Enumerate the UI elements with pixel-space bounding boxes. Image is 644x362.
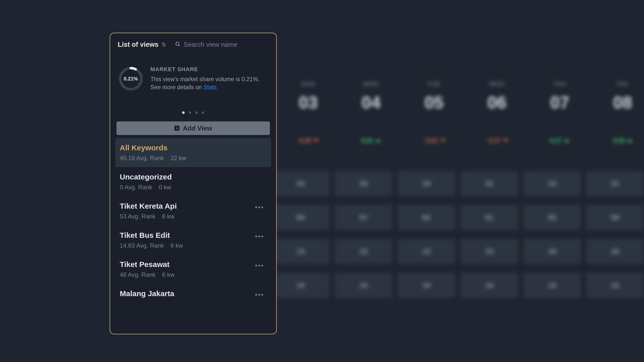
trend-cell: 0,17	[528, 137, 591, 144]
trend-cell: 0,21	[340, 137, 403, 144]
calendar-cell[interactable]: 57	[335, 205, 392, 230]
calendar-background: SUN03MON04TUE05WED06THU07FRI08 -0,330,21…	[0, 0, 644, 362]
kebab-icon[interactable]: •••	[255, 233, 264, 240]
view-meta: 48 Avg. Rank6 kw	[120, 271, 267, 278]
carousel-dots	[115, 111, 271, 114]
view-item[interactable]: Tiket Pesawat48 Avg. Rank6 kw•••	[115, 255, 271, 284]
add-view-label: Add View	[183, 124, 212, 132]
trend-cell: - 0,21	[403, 137, 465, 144]
carousel-dot[interactable]	[189, 111, 191, 114]
calendar-cell[interactable]: 18	[523, 239, 581, 264]
calendar-day: FRI08	[591, 80, 644, 112]
kebab-icon[interactable]: •••	[255, 291, 264, 299]
views-panel: List of views ⇅ 0.21% MARKET SHARE This …	[110, 33, 277, 334]
market-share-title: MARKET SHARE	[150, 66, 268, 73]
kebab-icon[interactable]: •••	[255, 262, 264, 269]
svg-point-0	[176, 42, 179, 45]
calendar-cell[interactable]: 15	[335, 239, 392, 264]
view-meta: 0 Avg. Rank0 kw	[120, 184, 267, 191]
calendar-cell[interactable]: 15	[272, 239, 330, 264]
view-name: Tiket Pesawat	[120, 260, 267, 269]
trend-cell: - 0,17	[465, 137, 528, 144]
arrow-down-icon	[503, 139, 508, 142]
view-name: Malang Jakarta	[120, 289, 267, 298]
calendar-cell[interactable]: 35	[335, 171, 392, 196]
market-share-description: This view's market share volume is 0.21%…	[150, 75, 268, 91]
market-share-donut: 0.21%	[118, 66, 143, 91]
svg-line-1	[179, 45, 180, 46]
view-name: Tiket Kereta Api	[120, 202, 267, 210]
calendar-cell[interactable]: 61	[460, 205, 518, 230]
add-view-button[interactable]: + Add View	[116, 121, 270, 135]
panel-title: List of views	[118, 41, 158, 49]
view-meta: 53 Avg. Rank6 kw	[120, 213, 267, 220]
view-name: All Keywords	[120, 144, 267, 152]
calendar-cell[interactable]: 55	[523, 205, 581, 230]
views-list: All Keywords45.18 Avg. Rank22 kwUncatego…	[115, 138, 271, 306]
arrow-down-icon	[440, 139, 446, 142]
view-name: Tiket Bus Edit	[120, 231, 267, 240]
calendar-cell[interactable]: 16	[460, 273, 518, 298]
view-name: Uncategorized	[120, 173, 267, 181]
view-item[interactable]: All Keywords45.18 Avg. Rank22 kw	[115, 138, 271, 167]
calendar-cell[interactable]: 16	[523, 171, 581, 196]
arrow-up-icon	[564, 139, 569, 142]
view-meta: 45.18 Avg. Rank22 kw	[120, 155, 267, 162]
calendar-cell[interactable]: 58	[586, 205, 644, 230]
calendar-cell[interactable]: 31	[586, 171, 644, 196]
calendar-day: WED06	[465, 80, 528, 112]
calendar-day: TUE05	[403, 80, 465, 112]
view-item[interactable]: Uncategorized0 Avg. Rank0 kw	[115, 167, 271, 196]
calendar-cell[interactable]: 15	[460, 239, 518, 264]
calendar-cell[interactable]: 16	[272, 273, 330, 298]
trend-cell: 0,33	[591, 137, 644, 144]
calendar-cell[interactable]: 18	[586, 239, 644, 264]
carousel-dot[interactable]	[182, 111, 185, 114]
calendar-cell[interactable]: 16	[335, 273, 392, 298]
calendar-cell[interactable]: 34	[272, 171, 330, 196]
market-share-card: 0.21% MARKET SHARE This view's market sh…	[115, 61, 271, 96]
search-input[interactable]	[184, 41, 259, 49]
calendar-day: MON04	[340, 80, 403, 112]
panel-header: List of views ⇅	[115, 41, 271, 49]
calendar-cell[interactable]: 62	[397, 205, 455, 230]
calendar-cell[interactable]: 16	[523, 273, 581, 298]
arrow-up-icon	[376, 139, 381, 142]
carousel-dot[interactable]	[202, 111, 204, 114]
calendar-cell[interactable]: 22	[460, 171, 518, 196]
calendar-cell[interactable]: 16	[586, 273, 644, 298]
market-share-value: 0.21%	[124, 76, 138, 82]
search-wrap	[175, 41, 259, 49]
view-item[interactable]: Tiket Kereta Api53 Avg. Rank6 kw•••	[115, 196, 271, 225]
view-item[interactable]: Tiket Bus Edit14.83 Avg. Rank6 kw•••	[115, 225, 271, 255]
kebab-icon[interactable]: •••	[255, 203, 264, 211]
view-item[interactable]: Malang Jakarta•••	[115, 284, 271, 306]
sort-icon[interactable]: ⇅	[162, 41, 166, 48]
stats-link[interactable]: Stats	[204, 84, 217, 90]
view-meta: 14.83 Avg. Rank6 kw	[120, 242, 267, 249]
calendar-cell[interactable]: 15	[397, 239, 455, 264]
trend-cell: -0,33	[277, 137, 340, 144]
arrow-up-icon	[627, 139, 632, 142]
calendar-day: SUN03	[277, 80, 340, 112]
calendar-cell[interactable]: 60	[272, 205, 330, 230]
calendar-day: THU07	[528, 80, 591, 112]
arrow-down-icon	[314, 139, 319, 142]
calendar-cell[interactable]: 19	[397, 171, 455, 196]
search-icon[interactable]	[175, 41, 181, 48]
calendar-cell[interactable]: 16	[397, 273, 455, 298]
carousel-dot[interactable]	[195, 111, 198, 114]
plus-icon: +	[174, 126, 179, 131]
